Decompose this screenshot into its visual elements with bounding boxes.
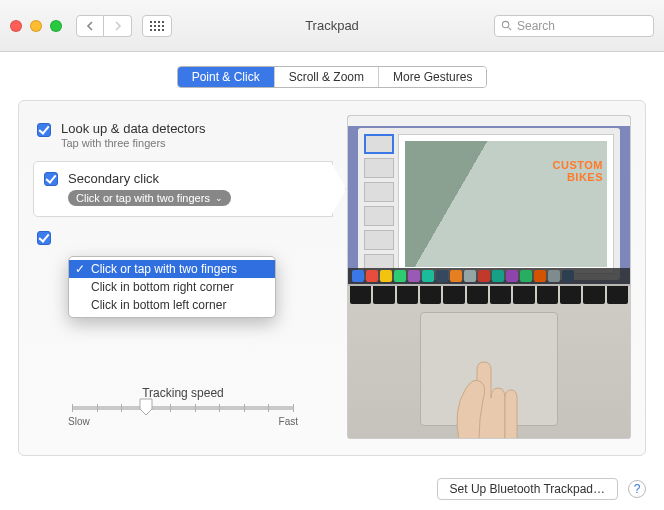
secondary-selected: Click or tap with two fingers bbox=[76, 192, 210, 204]
window-title: Trackpad bbox=[305, 18, 359, 33]
secondary-popup-button[interactable]: Click or tap with two fingers ⌄ bbox=[68, 190, 231, 206]
search-input[interactable]: Search bbox=[494, 15, 654, 37]
help-button[interactable]: ? bbox=[628, 480, 646, 498]
tab-more-gestures[interactable]: More Gestures bbox=[378, 67, 486, 87]
nav-back-forward bbox=[76, 15, 132, 37]
svg-point-0 bbox=[502, 21, 508, 27]
zoom-icon[interactable] bbox=[50, 20, 62, 32]
option-lookup: Look up & data detectors Tap with three … bbox=[33, 115, 333, 155]
tracking-speed-block: Tracking speed Slow Fast bbox=[68, 386, 298, 427]
tab-point-click[interactable]: Point & Click bbox=[178, 67, 274, 87]
forward-button[interactable] bbox=[104, 15, 132, 37]
lookup-title: Look up & data detectors bbox=[61, 121, 206, 136]
back-button[interactable] bbox=[76, 15, 104, 37]
tracking-speed-slider[interactable] bbox=[72, 406, 294, 410]
checkbox-tap[interactable] bbox=[37, 231, 51, 245]
preview-pane: CUSTOMBIKES bbox=[347, 115, 631, 439]
preview-headline2: BIKES bbox=[567, 171, 603, 183]
slider-thumb[interactable] bbox=[139, 398, 153, 416]
search-placeholder: Search bbox=[517, 19, 555, 33]
window-controls bbox=[10, 20, 62, 32]
secondary-dropdown: Click or tap with two fingers Click in b… bbox=[68, 256, 276, 318]
lookup-sub: Tap with three fingers bbox=[61, 137, 206, 149]
option-secondary: Secondary click Click or tap with two fi… bbox=[33, 161, 333, 217]
titlebar: Trackpad Search bbox=[0, 0, 664, 52]
tab-scroll-zoom[interactable]: Scroll & Zoom bbox=[274, 67, 378, 87]
dropdown-item-2[interactable]: Click in bottom left corner bbox=[69, 296, 275, 314]
slider-min: Slow bbox=[68, 416, 90, 427]
settings-panel: Look up & data detectors Tap with three … bbox=[18, 100, 646, 456]
preview-headline1: CUSTOM bbox=[553, 159, 603, 171]
tracking-speed-label: Tracking speed bbox=[68, 386, 298, 400]
svg-line-1 bbox=[508, 27, 511, 30]
tab-bar: Point & Click Scroll & Zoom More Gesture… bbox=[0, 66, 664, 88]
dropdown-item-1[interactable]: Click in bottom right corner bbox=[69, 278, 275, 296]
grid-icon bbox=[150, 21, 164, 31]
option-tap: Tap to click bbox=[33, 223, 333, 251]
dropdown-item-0[interactable]: Click or tap with two fingers bbox=[69, 260, 275, 278]
checkbox-secondary[interactable] bbox=[44, 172, 58, 186]
secondary-title: Secondary click bbox=[68, 171, 159, 186]
search-icon bbox=[501, 20, 512, 31]
options-column: Look up & data detectors Tap with three … bbox=[33, 115, 333, 441]
bluetooth-setup-button[interactable]: Set Up Bluetooth Trackpad… bbox=[437, 478, 618, 500]
minimize-icon[interactable] bbox=[30, 20, 42, 32]
hand-icon bbox=[429, 320, 549, 439]
close-icon[interactable] bbox=[10, 20, 22, 32]
show-all-button[interactable] bbox=[142, 15, 172, 37]
checkbox-lookup[interactable] bbox=[37, 123, 51, 137]
footer: Set Up Bluetooth Trackpad… ? bbox=[437, 478, 646, 500]
chevron-up-down-icon: ⌄ bbox=[215, 193, 223, 203]
slider-max: Fast bbox=[279, 416, 298, 427]
